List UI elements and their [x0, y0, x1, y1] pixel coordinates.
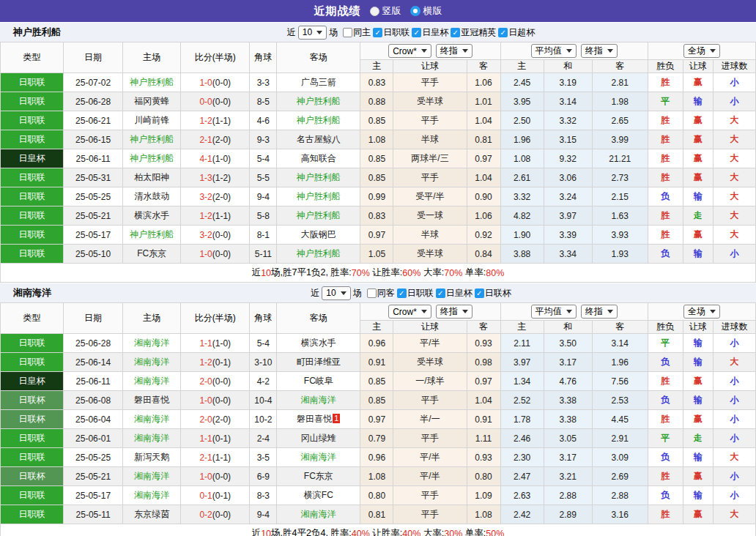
league-filter-checkbox[interactable] — [475, 289, 484, 298]
league-type-cell: 日职联 — [1, 334, 64, 353]
avg-home-cell: 2.42 — [500, 505, 544, 524]
home-team-cell: 湘南海洋 — [123, 467, 181, 486]
handicap-cell: 平手 — [393, 486, 467, 505]
avg-draw-cell: 3.15 — [544, 130, 592, 149]
league-filter-label: 日皇杯 — [422, 26, 448, 39]
home-odds-cell: 0.81 — [360, 505, 393, 524]
average-select-group: 平均值终指 — [500, 42, 648, 60]
score-link[interactable]: 1-1 — [199, 338, 212, 349]
fullmatch-select[interactable]: 全场 — [683, 305, 720, 319]
score-cell: 1-2(1-1) — [181, 111, 250, 130]
league-filter-checkbox[interactable] — [451, 28, 460, 37]
average-select-inner: 平均值终指 — [501, 305, 648, 319]
recent-count-select[interactable]: 10 — [298, 26, 327, 40]
home-odds-cell: 0.96 — [360, 334, 393, 353]
date-cell: 25-06-28 — [64, 334, 123, 353]
fullmatch-select[interactable]: 全场 — [683, 44, 720, 58]
corner-cell: 8-3 — [250, 486, 277, 505]
score-link[interactable]: 2-1 — [199, 453, 212, 463]
league-filter-checkbox[interactable] — [397, 289, 407, 298]
score-link[interactable]: 1-1 — [199, 433, 212, 444]
score-link[interactable]: 1-2 — [199, 357, 212, 368]
corner-cell: 4-2 — [250, 372, 277, 391]
same-venue-checkbox[interactable] — [367, 289, 377, 298]
result-goals-cell: 大 — [713, 353, 755, 372]
score-link[interactable]: 1-2 — [199, 211, 212, 221]
average-stage-select[interactable]: 终指 — [581, 305, 618, 319]
league-filter-checkbox[interactable] — [412, 28, 421, 37]
score-link[interactable]: 0-1 — [199, 491, 212, 501]
away-team: 大阪钢巴 — [301, 229, 336, 239]
score-link[interactable]: 3-2 — [199, 192, 212, 202]
league-type-cell: 日职联 — [1, 168, 64, 187]
home-odds-cell: 0.97 — [360, 410, 393, 429]
score-link[interactable]: 2-1 — [199, 135, 212, 145]
odds-stage-select[interactable]: 终指 — [436, 44, 472, 58]
score-link[interactable]: 1-0 — [199, 78, 212, 88]
score-link[interactable]: 2-0 — [199, 376, 212, 387]
average-select[interactable]: 平均值 — [531, 305, 577, 319]
avg-draw-cell: 2.89 — [544, 505, 592, 524]
chevron-down-icon — [607, 310, 613, 313]
odds-provider-select[interactable]: Crow* — [388, 44, 431, 58]
recent-count-select[interactable]: 10 — [322, 286, 350, 300]
halftime-score: (0-0) — [212, 249, 231, 259]
odds-provider-select[interactable]: Crow* — [388, 305, 431, 319]
away-team-cell: 广岛三箭 — [277, 73, 360, 92]
match-row: 日职联25-06-28湘南海洋1-1(1-0)5-4横滨水手0.96平/半0.9… — [1, 334, 756, 353]
avg-home-cell: 1.34 — [500, 372, 544, 391]
match-row: 日联杯25-06-08磐田喜悦1-0(0-0)10-4湘南海洋0.85平手1.0… — [1, 391, 756, 410]
avg-away-cell: 3.14 — [592, 334, 648, 353]
header-select-row: 类型日期主场比分(半场)角球客场Crow*终指平均值终指全场 — [1, 42, 756, 60]
league-type-cell: 日职联 — [1, 353, 64, 372]
away-team: 湘南海洋 — [301, 452, 336, 462]
home-odds-cell: 0.99 — [360, 187, 393, 206]
home-odds-cell: 0.97 — [360, 226, 393, 245]
home-team-cell: 新泻天鹅 — [123, 448, 181, 467]
average-select[interactable]: 平均值 — [531, 44, 577, 58]
sub-col-header: 胜负 — [648, 60, 683, 73]
avg-draw-cell: 9.32 — [544, 149, 592, 168]
score-link[interactable]: 1-0 — [199, 249, 212, 259]
same-venue-checkbox[interactable] — [343, 28, 352, 37]
odds-stage-select[interactable]: 终指 — [436, 305, 472, 319]
sub-col-header: 客 — [467, 321, 500, 334]
score-link[interactable]: 3-2 — [199, 230, 212, 240]
result-goals-cell: 大 — [713, 226, 755, 245]
match-row: 日职联25-06-15神户胜利船2-1(2-0)9-3名古屋鲸八1.08半球0.… — [1, 130, 756, 149]
corner-cell: 5-8 — [250, 206, 277, 226]
odds-select-inner: Crow*终指 — [360, 44, 500, 58]
score-link[interactable]: 1-2 — [199, 116, 212, 126]
chevron-down-icon — [421, 49, 427, 53]
score-link[interactable]: 1-3 — [199, 173, 212, 183]
summary-text: 大率: — [420, 267, 444, 279]
score-link[interactable]: 4-1 — [199, 154, 212, 164]
chevron-down-icon — [462, 49, 468, 53]
score-link[interactable]: 2-0 — [199, 414, 212, 425]
corner-cell: 10-2 — [250, 410, 277, 429]
league-filter-checkbox[interactable] — [498, 28, 508, 37]
home-odds-cell: 0.85 — [360, 111, 393, 130]
halftime-score: (1-2) — [212, 173, 231, 183]
score-link[interactable]: 0-2 — [199, 510, 212, 520]
avg-draw-cell: 3.05 — [544, 429, 592, 448]
league-filter-checkbox[interactable] — [436, 289, 445, 298]
radio-horizontal[interactable] — [410, 6, 420, 16]
odds-select-group: Crow*终指 — [360, 42, 500, 60]
handicap-cell: 两球半/三 — [393, 149, 467, 168]
league-filter-checkbox[interactable] — [373, 28, 382, 37]
home-team: 湘南海洋 — [134, 414, 169, 424]
radio-vertical[interactable] — [370, 7, 379, 16]
score-link[interactable]: 1-0 — [199, 472, 212, 482]
score-link[interactable]: 0-0 — [199, 97, 212, 107]
avg-away-cell: 2.88 — [592, 486, 648, 505]
result-handicap-cell: 输 — [683, 353, 713, 372]
average-stage-select[interactable]: 终指 — [581, 44, 618, 58]
away-team: 高知联合 — [301, 153, 336, 163]
score-link[interactable]: 1-0 — [199, 395, 212, 406]
league-filter-label: 日皇杯 — [446, 287, 472, 299]
date-cell: 25-05-21 — [64, 206, 123, 226]
matches-table-body: 日职联25-07-02神户胜利船1-0(0-0)3-3广岛三箭0.83平手1.0… — [1, 73, 756, 264]
away-odds-cell: 0.84 — [467, 245, 500, 264]
corner-cell: 5-4 — [250, 149, 277, 168]
